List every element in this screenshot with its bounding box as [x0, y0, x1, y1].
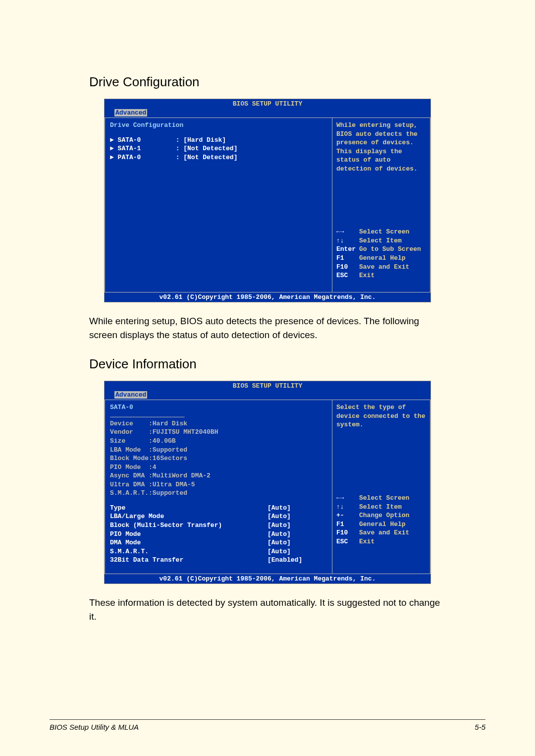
bios-right-panel-2: Select the type of device connected to t… [332, 400, 430, 574]
bios-window-device-info: BIOS SETUP UTILITY Advanced SATA-0 ─────… [104, 381, 431, 584]
option-block[interactable]: Block (Multi-Sector Transfer)[Auto] [110, 521, 327, 530]
help-description: While entering setup, BIOS auto detects … [336, 121, 426, 173]
drive-row-sata0[interactable]: ► SATA-0 : [Hard Disk] [110, 136, 327, 145]
bios-left-panel-2: SATA-0 ────────────────────── Device :Ha… [105, 400, 332, 574]
help-key-enter: EnterGo to Sub Screen [336, 245, 426, 254]
help2-key-esc: ESCExit [336, 537, 426, 546]
divider: ────────────────────── [110, 413, 327, 419]
option-lba-large[interactable]: LBA/Large Mode[Auto] [110, 512, 327, 521]
info-vendor: Vendor :FUJITSU MHT2040BH [110, 428, 327, 437]
info-ultra: Ultra DMA :Ultra DMA-5 [110, 480, 327, 489]
info-size: Size :40.0GB [110, 437, 327, 446]
bios-window-drive-config: BIOS SETUP UTILITY Advanced Drive Config… [104, 99, 431, 302]
option-smart[interactable]: S.M.A.R.T.[Auto] [110, 547, 327, 556]
tab-advanced[interactable]: Advanced [114, 109, 147, 116]
footer-left: BIOS Setup Utility & MLUA [50, 723, 139, 731]
section-heading-drive-config: Drive Configuration [89, 74, 485, 90]
help2-key-f1: F1General Help [336, 520, 426, 529]
bios-left-panel: Drive Configuration ► SATA-0 : [Hard Dis… [105, 117, 332, 292]
bios-title: BIOS SETUP UTILITY [105, 99, 430, 109]
page-footer: BIOS Setup Utility & MLUA 5-5 [50, 719, 485, 731]
info-pio: PIO Mode :4 [110, 463, 327, 472]
info-device: Device :Hard Disk [110, 419, 327, 428]
bios-title-2: BIOS SETUP UTILITY [105, 381, 430, 391]
option-dma[interactable]: DMA Mode[Auto] [110, 538, 327, 547]
section-heading-device-info: Device Information [89, 356, 485, 372]
info-async: Async DMA :MultiWord DMA-2 [110, 471, 327, 480]
help2-key-select-item: ↑↓Select Item [336, 503, 426, 512]
help-description-2: Select the type of device connected to t… [336, 403, 426, 429]
section1-caption: While entering setup, BIOS auto detects … [89, 314, 446, 342]
drive-row-sata1[interactable]: ► SATA-1 : [Not Detected] [110, 144, 327, 153]
option-pio[interactable]: PIO Mode[Auto] [110, 530, 327, 539]
footer-right: 5-5 [475, 723, 485, 731]
info-smart: S.M.A.R.T.:Supported [110, 489, 327, 498]
option-type[interactable]: Type[Auto] [110, 504, 327, 513]
help-key-esc: ESCExit [336, 271, 426, 280]
panel-title: Drive Configuration [110, 121, 327, 130]
drive-row-pata0[interactable]: ► PATA-0 : [Not Detected] [110, 153, 327, 162]
bios-tabs: Advanced [105, 109, 430, 118]
info-block: Block Mode:16Sectors [110, 454, 327, 463]
bios-footer: v02.61 (C)Copyright 1985-2006, American … [105, 292, 430, 302]
info-lba: LBA Mode :Supported [110, 446, 327, 455]
help2-key-change: +-Change Option [336, 511, 426, 520]
bios-right-panel: While entering setup, BIOS auto detects … [332, 117, 430, 292]
panel-title-2: SATA-0 [110, 403, 327, 412]
help2-key-f10: F10Save and Exit [336, 528, 426, 537]
help-key-f1: F1General Help [336, 254, 426, 263]
help-key-select-screen: ←→Select Screen [336, 228, 426, 236]
help2-key-select-screen: ←→Select Screen [336, 494, 426, 503]
help-key-f10: F10Save and Exit [336, 263, 426, 272]
tab-advanced-2[interactable]: Advanced [114, 391, 147, 399]
help-key-select-item: ↑↓Select Item [336, 236, 426, 245]
bios-footer-2: v02.61 (C)Copyright 1985-2006, American … [105, 574, 430, 584]
section2-caption: These information is detected by system … [89, 596, 446, 623]
option-32bit[interactable]: 32Bit Data Transfer[Enabled] [110, 556, 327, 565]
bios-tabs-2: Advanced [105, 391, 430, 400]
